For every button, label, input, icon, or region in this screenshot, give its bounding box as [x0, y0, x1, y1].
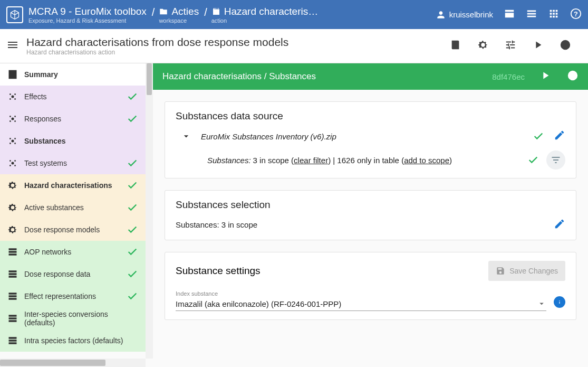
field-value: Imazalil (aka enilconazole) (RF-0246-001… — [176, 299, 537, 308]
sidebar-item-summary[interactable]: Summary — [0, 63, 146, 86]
sidebar-item-label: Active substances — [24, 203, 127, 212]
breadcrumb-sep: / — [152, 6, 155, 18]
page-title: Hazard characterisations from dose respo… — [26, 36, 450, 49]
check-icon — [127, 290, 138, 302]
scope-label: Substances: — [207, 156, 251, 165]
sidebar-item-inter-species-conversions-defaults-[interactable]: Inter-species conversions (defaults) — [0, 307, 146, 330]
sidebar-item-substances[interactable]: Substances — [0, 130, 146, 152]
top-bar: MCRA 9 - EuroMix toolbox Exposure, Hazar… — [0, 0, 588, 29]
book-button[interactable] — [450, 39, 461, 53]
app-logo — [6, 6, 23, 23]
check-icon — [127, 157, 138, 169]
card-title: Substances data source — [176, 110, 565, 122]
main-content: Hazard characterisations / Substances 8d… — [153, 63, 588, 367]
check-icon — [127, 91, 138, 102]
settings-button[interactable] — [477, 39, 489, 53]
card-title: Substances selection — [176, 199, 565, 211]
breadcrumb-action[interactable]: Hazard characteris… action — [211, 6, 318, 24]
help-button[interactable] — [570, 8, 582, 22]
index-substance-field[interactable]: Index substance Imazalil (aka enilconazo… — [176, 290, 546, 311]
sidebar-item-label: Summary — [24, 70, 138, 79]
check-icon — [127, 268, 138, 280]
sidebar-item-test-systems[interactable]: Test systems — [0, 152, 146, 174]
results-button[interactable] — [560, 39, 571, 53]
apps-button[interactable] — [548, 8, 560, 22]
sidebar-item-aop-networks[interactable]: AOP networks — [0, 241, 146, 263]
sidebar-item-dose-response-models[interactable]: Dose response models — [0, 219, 146, 241]
check-icon — [127, 202, 138, 213]
selection-text: Substances: 3 in scope — [176, 220, 257, 229]
datasource-file: EuroMix Substances Inventory (v6).zip — [201, 132, 533, 141]
sidebar-item-label: Dose response models — [24, 225, 127, 234]
save-changes-button[interactable]: Save Changes — [488, 261, 565, 281]
check-icon — [533, 130, 544, 142]
expand-icon[interactable] — [181, 131, 191, 142]
list-button[interactable] — [526, 8, 537, 22]
sidebar-item-label: Dose response data — [24, 270, 127, 278]
scrollbar-vertical[interactable] — [146, 63, 153, 359]
sidebar-item-label: Inter-species conversions (defaults) — [24, 310, 138, 327]
sidebar-item-label: Hazard characterisations — [24, 181, 127, 190]
user-menu[interactable]: kruisselbrink — [436, 10, 493, 20]
check-icon — [127, 180, 138, 191]
layout-button[interactable] — [504, 8, 515, 22]
tune-button[interactable] — [505, 39, 516, 53]
sidebar-item-label: Effects — [24, 92, 127, 101]
sidebar-item-effects[interactable]: Effects — [0, 86, 146, 108]
sidebar-item-effect-representations[interactable]: Effect representations — [0, 285, 146, 307]
sidebar-item-label: Responses — [24, 115, 127, 123]
sidebar-item-active-substances[interactable]: Active substances — [0, 196, 146, 219]
add-scope-link[interactable]: add to scope — [404, 156, 449, 165]
clear-filter-link[interactable]: clear filter — [294, 156, 328, 165]
subheader: Hazard characterisations from dose respo… — [0, 29, 588, 63]
sidebar-item-label: Test systems — [24, 159, 127, 167]
field-label: Index substance — [176, 290, 546, 297]
check-icon — [527, 154, 539, 166]
section-run-button[interactable] — [539, 70, 551, 83]
run-button[interactable] — [532, 39, 544, 53]
card-data-source: Substances data source EuroMix Substance… — [165, 101, 576, 178]
breadcrumb: MCRA 9 - EuroMix toolbox Exposure, Hazar… — [28, 6, 436, 24]
card-settings: Substance settings Save Changes Index su… — [165, 252, 576, 320]
check-icon — [127, 246, 138, 258]
clapper-icon — [211, 7, 221, 16]
page-subtitle: Hazard characterisations action — [26, 49, 450, 56]
edit-datasource-button[interactable] — [554, 129, 565, 143]
run-hash: 8df476ec — [492, 72, 525, 81]
info-button[interactable] — [554, 296, 565, 308]
check-icon — [127, 113, 138, 125]
breadcrumb-app[interactable]: MCRA 9 - EuroMix toolbox Exposure, Hazar… — [28, 6, 147, 24]
sidebar-item-hazard-characterisations[interactable]: Hazard characterisations — [0, 174, 146, 196]
card-selection: Substances selection Substances: 3 in sc… — [165, 190, 576, 240]
filter-button[interactable] — [546, 150, 565, 170]
sidebar-item-dose-response-data[interactable]: Dose response data — [0, 263, 146, 285]
card-title: Substance settings — [176, 265, 488, 277]
sidebar-item-label: AOP networks — [24, 248, 127, 256]
sidebar-item-intra-species-factors-defaults-[interactable]: Intra species factors (defaults) — [0, 330, 146, 352]
person-icon — [436, 10, 446, 20]
sidebar-item-label: Intra species factors (defaults) — [24, 336, 138, 345]
section-title: Hazard characterisations / Substances — [162, 71, 492, 82]
section-header: Hazard characterisations / Substances 8d… — [153, 63, 588, 90]
check-icon — [127, 224, 138, 236]
sidebar-item-label: Substances — [24, 137, 138, 145]
folder-icon — [159, 7, 168, 16]
breadcrumb-workspace[interactable]: Acties workspace — [159, 6, 199, 24]
sidebar: SummaryEffectsResponsesSubstancesTest sy… — [0, 63, 153, 367]
section-results-button[interactable] — [567, 70, 579, 83]
scrollbar-horizontal[interactable] — [0, 359, 146, 367]
sidebar-item-responses[interactable]: Responses — [0, 108, 146, 130]
sidebar-item-label: Effect representations — [24, 292, 127, 300]
save-icon — [496, 266, 505, 276]
edit-selection-button[interactable] — [554, 218, 565, 231]
dropdown-icon — [537, 299, 546, 308]
menu-button[interactable] — [6, 39, 19, 53]
breadcrumb-sep: / — [204, 6, 207, 18]
